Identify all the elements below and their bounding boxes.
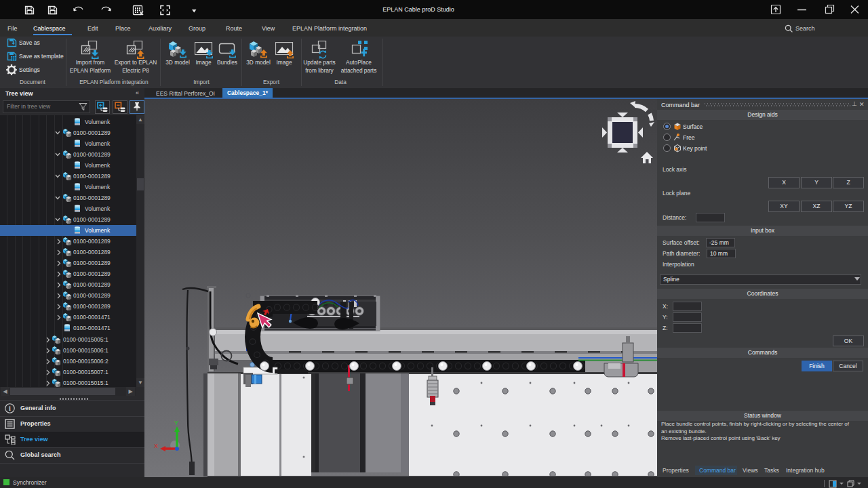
svg-text:i: i xyxy=(9,405,11,412)
svg-text:Y: Y xyxy=(174,420,178,426)
svg-text:X: X xyxy=(154,443,158,449)
